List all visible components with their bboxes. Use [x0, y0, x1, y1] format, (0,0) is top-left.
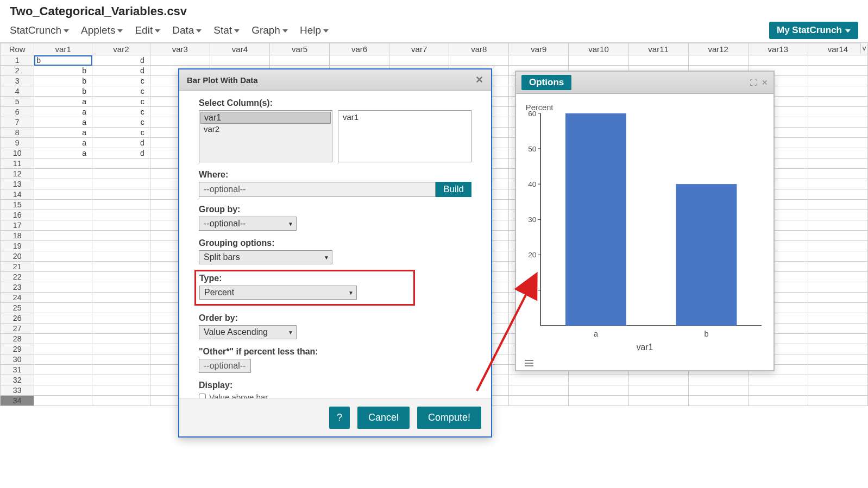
- cell[interactable]: [688, 375, 748, 385]
- cell[interactable]: [34, 169, 92, 179]
- cell[interactable]: [569, 396, 628, 406]
- selected-columns-list[interactable]: var1: [338, 110, 471, 162]
- cell[interactable]: [92, 282, 150, 293]
- column-header[interactable]: var8: [449, 43, 509, 55]
- expand-icon[interactable]: ⛶: [750, 78, 757, 87]
- cell[interactable]: c: [92, 76, 150, 86]
- cell[interactable]: [92, 375, 150, 385]
- cell[interactable]: [808, 148, 867, 159]
- cell[interactable]: [569, 375, 628, 385]
- cell[interactable]: [808, 117, 867, 128]
- cell[interactable]: a: [34, 107, 92, 117]
- cell[interactable]: [92, 313, 150, 324]
- column-header[interactable]: var11: [628, 43, 688, 55]
- chart-titlebar[interactable]: Options ⛶ ✕: [516, 72, 773, 94]
- row-number[interactable]: 22: [1, 272, 34, 282]
- column-header[interactable]: var3: [150, 43, 210, 55]
- cell[interactable]: [34, 396, 92, 406]
- cell[interactable]: [34, 303, 92, 313]
- column-header[interactable]: var5: [269, 43, 329, 55]
- value-above-bar-checkbox[interactable]: [199, 394, 206, 398]
- cell[interactable]: [34, 262, 92, 272]
- cell[interactable]: [92, 293, 150, 303]
- column-header[interactable]: Row: [1, 43, 34, 55]
- row-number[interactable]: 1: [1, 55, 34, 66]
- row-number[interactable]: 29: [1, 344, 34, 354]
- row-number[interactable]: 14: [1, 189, 34, 200]
- cell[interactable]: c: [92, 107, 150, 117]
- row-number[interactable]: 24: [1, 293, 34, 303]
- cell[interactable]: [92, 303, 150, 313]
- menu-stat[interactable]: Stat: [213, 24, 240, 36]
- cell[interactable]: d: [92, 55, 150, 66]
- row-number[interactable]: 21: [1, 262, 34, 272]
- cell[interactable]: c: [92, 117, 150, 128]
- row-number[interactable]: 33: [1, 385, 34, 396]
- row-number[interactable]: 2: [1, 66, 34, 76]
- row-number[interactable]: 5: [1, 97, 34, 107]
- list-item[interactable]: var2: [200, 124, 331, 134]
- type-select[interactable]: Percent: [199, 286, 357, 300]
- cell[interactable]: [92, 220, 150, 231]
- cell[interactable]: [92, 169, 150, 179]
- list-item[interactable]: var1: [339, 112, 470, 122]
- row-number[interactable]: 11: [1, 159, 34, 169]
- my-statcrunch-button[interactable]: My StatCrunch: [769, 22, 858, 39]
- orderby-select[interactable]: Value Ascending: [199, 325, 297, 339]
- cell[interactable]: [34, 200, 92, 210]
- cell[interactable]: d: [92, 66, 150, 76]
- cell[interactable]: [449, 55, 509, 66]
- cell[interactable]: [808, 334, 867, 344]
- cell[interactable]: [34, 272, 92, 282]
- cell[interactable]: [92, 324, 150, 334]
- menu-applets[interactable]: Applets: [81, 24, 123, 36]
- cell[interactable]: [808, 303, 867, 313]
- cell[interactable]: [688, 385, 748, 396]
- row-number[interactable]: 12: [1, 169, 34, 179]
- column-header[interactable]: var12: [688, 43, 748, 55]
- cell[interactable]: [808, 66, 867, 76]
- cell[interactable]: [808, 375, 867, 385]
- cell[interactable]: [34, 354, 92, 365]
- cell[interactable]: [34, 220, 92, 231]
- cell[interactable]: [92, 179, 150, 189]
- row-number[interactable]: 30: [1, 354, 34, 365]
- cell[interactable]: [34, 282, 92, 293]
- cell[interactable]: b: [34, 86, 92, 97]
- menu-graph[interactable]: Graph: [251, 24, 288, 36]
- row-number[interactable]: 15: [1, 200, 34, 210]
- row-number[interactable]: 13: [1, 179, 34, 189]
- cell[interactable]: [92, 385, 150, 396]
- row-number[interactable]: 17: [1, 220, 34, 231]
- cell[interactable]: [808, 220, 867, 231]
- menu-data[interactable]: Data: [172, 24, 202, 36]
- cell[interactable]: [808, 396, 867, 406]
- cell[interactable]: [808, 55, 867, 66]
- row-number[interactable]: 26: [1, 313, 34, 324]
- row-number[interactable]: 18: [1, 231, 34, 241]
- cell[interactable]: [628, 396, 688, 406]
- cell[interactable]: [569, 385, 628, 396]
- cell[interactable]: a: [34, 117, 92, 128]
- cell[interactable]: [92, 334, 150, 344]
- row-number[interactable]: 27: [1, 324, 34, 334]
- cell[interactable]: [628, 55, 688, 66]
- cell[interactable]: [509, 385, 569, 396]
- close-icon[interactable]: ✕: [475, 74, 483, 86]
- cell[interactable]: b: [34, 66, 92, 76]
- cell[interactable]: [808, 179, 867, 189]
- cell[interactable]: [34, 324, 92, 334]
- cell[interactable]: [808, 169, 867, 179]
- cell[interactable]: a: [34, 128, 92, 138]
- cell[interactable]: [92, 241, 150, 251]
- cell[interactable]: [808, 293, 867, 303]
- cell[interactable]: [92, 189, 150, 200]
- cell[interactable]: [92, 200, 150, 210]
- cell[interactable]: [92, 344, 150, 354]
- cell[interactable]: [92, 396, 150, 406]
- hamburger-icon[interactable]: [525, 360, 533, 366]
- cell[interactable]: [34, 179, 92, 189]
- cell[interactable]: [748, 55, 808, 66]
- cell[interactable]: [808, 159, 867, 169]
- column-header[interactable]: var10: [569, 43, 628, 55]
